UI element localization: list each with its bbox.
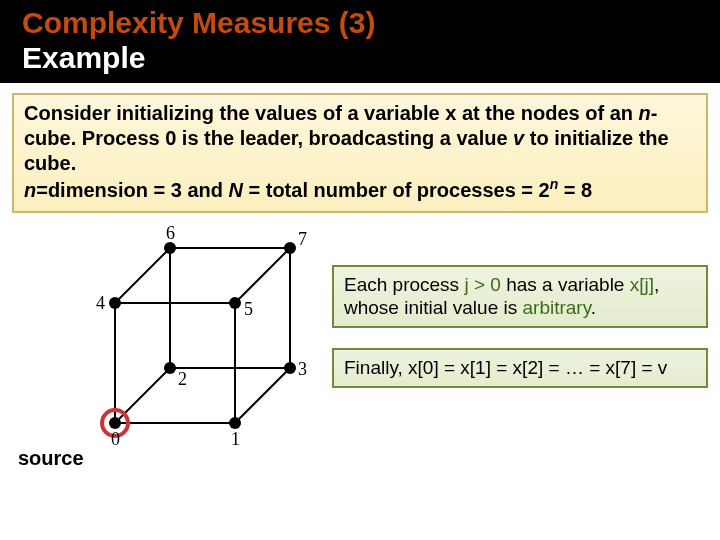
slide-header: Complexity Measures (3) Example <box>0 0 720 83</box>
desc-var-n: n <box>639 102 651 124</box>
svg-point-13 <box>284 242 296 254</box>
desc-text: =dimension = 3 and <box>36 179 228 201</box>
node-label-0: 0 <box>111 429 120 449</box>
source-label: source <box>18 447 84 470</box>
proc-hl-xj: x[j] <box>630 274 654 295</box>
svg-point-15 <box>229 297 241 309</box>
desc-text: = 8 <box>558 179 592 201</box>
proc-hl-arb: arbitrary <box>522 297 590 318</box>
finally-text: Finally, x[0] = x[1] = x[2] = … = x[7] =… <box>344 357 667 378</box>
proc-text: has a variable <box>501 274 630 295</box>
right-text-boxes: Each process j > 0 has a variable x[j], … <box>332 265 708 408</box>
svg-line-8 <box>115 248 170 303</box>
process-box: Each process j > 0 has a variable x[j], … <box>332 265 708 329</box>
slide-title-accent: Complexity Measures (3) <box>22 6 720 41</box>
desc-text: Consider initializing the values of a va… <box>24 102 639 124</box>
description-box: Consider initializing the values of a va… <box>12 93 708 213</box>
svg-point-17 <box>284 362 296 374</box>
proc-text: . <box>591 297 596 318</box>
node-label-3: 3 <box>298 359 307 379</box>
desc-var-N: N <box>229 179 243 201</box>
proc-text: Each process <box>344 274 464 295</box>
node-label-6: 6 <box>166 223 175 243</box>
svg-line-9 <box>235 248 290 303</box>
desc-var-n2: n <box>24 179 36 201</box>
content-row: source <box>0 213 720 493</box>
cube-diagram: 6 7 4 5 2 3 0 1 <box>90 223 330 468</box>
desc-text: = total number of processes = 2 <box>243 179 550 201</box>
desc-sup-n: n <box>550 176 559 192</box>
slide-title-main: Example <box>22 41 720 76</box>
svg-point-19 <box>229 417 241 429</box>
svg-point-16 <box>164 362 176 374</box>
proc-hl-j: j > 0 <box>464 274 500 295</box>
finally-box: Finally, x[0] = x[1] = x[2] = … = x[7] =… <box>332 348 708 388</box>
node-label-2: 2 <box>178 369 187 389</box>
cube-svg: 6 7 4 5 2 3 0 1 <box>90 223 330 468</box>
svg-point-18 <box>109 417 121 429</box>
node-label-1: 1 <box>231 429 240 449</box>
node-label-7: 7 <box>298 229 307 249</box>
svg-point-14 <box>109 297 121 309</box>
node-label-4: 4 <box>96 293 105 313</box>
svg-point-12 <box>164 242 176 254</box>
svg-line-11 <box>235 368 290 423</box>
desc-var-v: v <box>513 127 524 149</box>
node-label-5: 5 <box>244 299 253 319</box>
